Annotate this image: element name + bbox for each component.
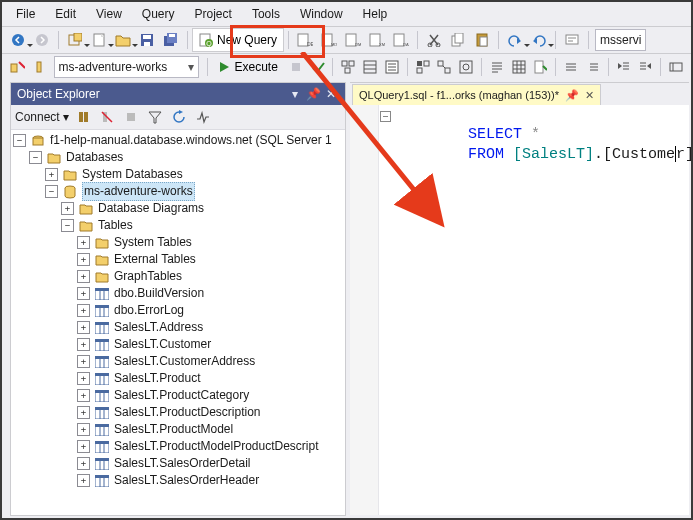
results-to-file-button[interactable] — [531, 56, 551, 78]
execute-button[interactable]: Execute — [211, 56, 284, 78]
tree-node-server[interactable]: −f1-help-manual.database.windows.net (SQ… — [13, 132, 345, 149]
tree-node-databases[interactable]: −Databases — [13, 149, 345, 166]
tree-node-table[interactable]: +SalesLT.ProductDescription — [13, 404, 345, 421]
close-icon[interactable]: ✕ — [323, 87, 339, 101]
object-explorer-title: Object Explorer — [17, 87, 100, 101]
cut-button[interactable] — [423, 29, 445, 51]
live-stats-button[interactable] — [434, 56, 454, 78]
tree-node-table[interactable]: +SalesLT.SalesOrderDetail — [13, 455, 345, 472]
menu-query[interactable]: Query — [132, 5, 185, 23]
decrease-indent-button[interactable] — [614, 56, 634, 78]
uncomment-button[interactable] — [583, 56, 603, 78]
code-identifier: [Custome — [603, 146, 675, 163]
svg-rect-92 — [33, 138, 43, 145]
menu-edit[interactable]: Edit — [45, 5, 86, 23]
svg-text:Q: Q — [206, 40, 212, 47]
menu-help[interactable]: Help — [353, 5, 398, 23]
tree-node-sysdb[interactable]: +System Databases — [13, 166, 345, 183]
menu-tools[interactable]: Tools — [242, 5, 290, 23]
client-stats-button[interactable] — [456, 56, 476, 78]
menu-project[interactable]: Project — [185, 5, 242, 23]
tree-node-exttables[interactable]: +External Tables — [13, 251, 345, 268]
redo-button[interactable] — [528, 29, 550, 51]
nav-back-button[interactable] — [7, 29, 29, 51]
pin-icon[interactable]: 📌 — [305, 87, 321, 101]
svg-rect-53 — [438, 61, 443, 66]
svg-rect-11 — [169, 34, 175, 37]
paste-button[interactable] — [471, 29, 493, 51]
tree-node-table[interactable]: +SalesLT.ProductModelProductDescript — [13, 438, 345, 455]
dmx-query-button[interactable]: DMX — [342, 29, 364, 51]
svg-marker-77 — [618, 63, 622, 69]
tree-node-table[interactable]: +dbo.BuildVersion — [13, 285, 345, 302]
window-position-icon[interactable]: ▾ — [287, 87, 303, 101]
oe-activity-icon[interactable] — [192, 106, 214, 128]
display-plan-button[interactable] — [338, 56, 358, 78]
xmla-query-button[interactable]: XML — [366, 29, 388, 51]
code-editor[interactable]: SELECT * FROM [SalesLT].[Customer] — [350, 105, 689, 515]
results-to-grid-button[interactable] — [509, 56, 529, 78]
menu-view[interactable]: View — [86, 5, 132, 23]
code-fold-icon[interactable] — [380, 111, 391, 122]
oe-stop-icon[interactable] — [120, 106, 142, 128]
tree-node-table[interactable]: +SalesLT.Customer — [13, 336, 345, 353]
increase-indent-button[interactable] — [636, 56, 656, 78]
tree-node-graphtables[interactable]: +GraphTables — [13, 268, 345, 285]
parse-button[interactable] — [308, 56, 328, 78]
tree-node-table[interactable]: +SalesLT.ProductCategory — [13, 387, 345, 404]
comment-button[interactable] — [561, 56, 581, 78]
database-icon — [62, 184, 78, 200]
editor-tab[interactable]: QLQuery1.sql - f1...orks (maghan (153))*… — [352, 84, 601, 105]
tree-node-table[interactable]: +SalesLT.CustomerAddress — [13, 353, 345, 370]
oe-disconnect-icon[interactable] — [96, 106, 118, 128]
folder-icon — [78, 201, 94, 217]
include-plan-button[interactable] — [413, 56, 433, 78]
oe-refresh-icon[interactable] — [168, 106, 190, 128]
intellisense-button[interactable] — [382, 56, 402, 78]
save-all-button[interactable] — [160, 29, 182, 51]
nav-forward-button[interactable] — [31, 29, 53, 51]
tree-node-table[interactable]: +SalesLT.Address — [13, 319, 345, 336]
object-explorer-titlebar[interactable]: Object Explorer ▾ 📌 ✕ — [11, 83, 345, 105]
chevron-down-icon: ▾ — [188, 60, 194, 74]
pin-icon[interactable]: 📌 — [565, 89, 579, 102]
dax-query-button[interactable]: DAX — [390, 29, 412, 51]
undo-button[interactable] — [504, 29, 526, 51]
new-file-button[interactable] — [88, 29, 110, 51]
tree-node-table[interactable]: +SalesLT.SalesOrderHeader — [13, 472, 345, 489]
cancel-query-button[interactable] — [286, 56, 306, 78]
tree-node-tables[interactable]: −Tables — [13, 217, 345, 234]
open-button[interactable] — [112, 29, 134, 51]
oe-filter-icon[interactable] — [144, 106, 166, 128]
connection-indicator[interactable]: msservi — [595, 29, 646, 51]
save-button[interactable] — [136, 29, 158, 51]
query-options-button[interactable] — [360, 56, 380, 78]
tree-node-diagrams[interactable]: +Database Diagrams — [13, 200, 345, 217]
menu-file[interactable]: File — [6, 5, 45, 23]
object-explorer-tree[interactable]: −f1-help-manual.database.windows.net (SQ… — [11, 130, 345, 515]
menu-window[interactable]: Window — [290, 5, 353, 23]
new-project-button[interactable] — [64, 29, 86, 51]
svg-rect-84 — [79, 112, 83, 122]
specify-values-button[interactable] — [666, 56, 686, 78]
results-to-text-button[interactable] — [487, 56, 507, 78]
tree-node-table[interactable]: +dbo.ErrorLog — [13, 302, 345, 319]
svg-marker-81 — [647, 63, 651, 69]
close-tab-icon[interactable]: ✕ — [585, 89, 594, 102]
oe-connect-icon[interactable] — [72, 106, 94, 128]
find-button[interactable] — [561, 29, 583, 51]
connect-dropdown[interactable]: Connect ▾ — [15, 110, 69, 124]
tree-node-table[interactable]: +SalesLT.ProductModel — [13, 421, 345, 438]
svg-rect-103 — [95, 322, 109, 325]
tree-node-userdb[interactable]: −ms-adventure-works — [13, 183, 345, 200]
svg-rect-135 — [95, 458, 109, 461]
copy-button[interactable] — [447, 29, 469, 51]
available-databases-icon[interactable] — [29, 56, 49, 78]
folder-icon — [94, 235, 110, 251]
menu-bar: File Edit View Query Project Tools Windo… — [2, 2, 691, 26]
svg-rect-33 — [566, 35, 578, 44]
change-connection-button[interactable] — [7, 56, 27, 78]
tree-node-table[interactable]: +SalesLT.Product — [13, 370, 345, 387]
tree-node-systables[interactable]: +System Tables — [13, 234, 345, 251]
database-selector[interactable]: ms-adventure-works ▾ — [54, 56, 199, 78]
